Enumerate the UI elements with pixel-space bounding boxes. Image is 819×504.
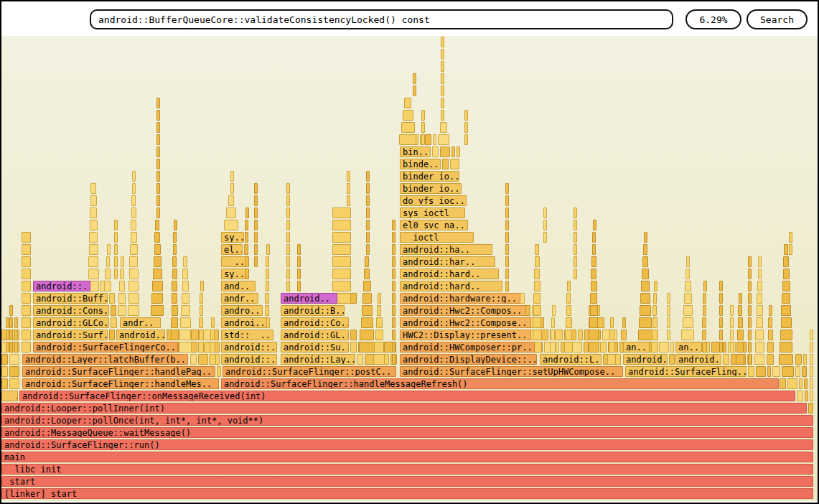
flame-bar[interactable] — [748, 256, 752, 267]
flame-bar[interactable] — [543, 232, 547, 243]
flame-bar[interactable] — [156, 146, 160, 157]
flame-bar[interactable] — [566, 305, 571, 316]
flame-bar[interactable] — [9, 317, 13, 328]
flame-bar[interactable] — [810, 391, 813, 401]
flame-bar[interactable] — [172, 269, 177, 279]
flame-bar[interactable] — [808, 403, 813, 414]
flame-bar[interactable] — [782, 293, 790, 304]
flame-bar[interactable] — [105, 269, 111, 279]
flame-bar[interactable] — [757, 281, 762, 291]
flame-bar[interactable] — [782, 366, 794, 377]
flame-frame[interactable]: androi.. — [221, 317, 267, 328]
flame-bar[interactable] — [653, 293, 657, 304]
flame-bar[interactable] — [22, 256, 31, 267]
flame-bar[interactable] — [9, 378, 19, 389]
flame-bar[interactable] — [200, 305, 203, 316]
flame-bar[interactable] — [347, 195, 350, 206]
flame-bar[interactable] — [748, 293, 752, 304]
flame-bar[interactable] — [413, 85, 416, 96]
flame-bar[interactable] — [652, 305, 657, 316]
flame-bar[interactable] — [535, 244, 539, 255]
flame-bar[interactable] — [739, 293, 742, 304]
flame-frame[interactable]: __libc_init — [1, 464, 813, 475]
flame-bar[interactable] — [297, 281, 301, 291]
flame-bar[interactable] — [574, 244, 577, 255]
flame-bar[interactable] — [654, 281, 657, 291]
flame-bar[interactable] — [266, 256, 269, 267]
flame-bar[interactable] — [441, 98, 444, 108]
flame-bar[interactable] — [784, 244, 788, 255]
flame-bar[interactable] — [172, 293, 177, 304]
flame-bar[interactable] — [22, 293, 31, 304]
flame-bar[interactable] — [505, 256, 509, 267]
flame-bar[interactable] — [748, 354, 752, 365]
flame-bar[interactable] — [639, 317, 652, 328]
flame-bar[interactable] — [591, 281, 597, 291]
flame-bar[interactable] — [173, 244, 177, 255]
flame-bar[interactable] — [533, 293, 540, 304]
flame-bar[interactable] — [22, 244, 31, 255]
flame-bar[interactable] — [505, 269, 509, 279]
flame-frame[interactable]: android::L.. — [540, 354, 602, 365]
flame-bar[interactable] — [607, 354, 616, 365]
flame-bar[interactable] — [182, 269, 188, 279]
flame-bar[interactable] — [392, 342, 396, 353]
flame-bar[interactable] — [365, 256, 369, 267]
flame-bar[interactable] — [228, 195, 234, 206]
flame-bar[interactable] — [567, 281, 571, 291]
flame-bar[interactable] — [297, 269, 301, 279]
flame-bar[interactable] — [90, 183, 96, 194]
flame-bar[interactable] — [266, 244, 270, 255]
flame-bar[interactable] — [589, 330, 599, 340]
flame-frame[interactable]: binde.. — [400, 159, 441, 169]
flame-bar[interactable] — [210, 342, 215, 353]
flame-bar[interactable] — [392, 330, 396, 340]
flame-bar[interactable] — [767, 342, 774, 353]
flame-bar[interactable] — [543, 220, 547, 230]
flame-frame[interactable]: android.. — [116, 330, 165, 340]
flame-bar[interactable] — [781, 317, 792, 328]
flame-bar[interactable] — [156, 159, 160, 169]
flame-frame[interactable]: android::.. — [221, 354, 277, 365]
flame-bar[interactable] — [132, 183, 136, 194]
flame-bar[interactable] — [121, 256, 124, 267]
flame-bar[interactable] — [591, 256, 596, 267]
flame-bar[interactable] — [217, 366, 221, 377]
flame-frame[interactable]: main — [1, 452, 813, 462]
flame-frame[interactable]: android::Hwc2::Compose.. — [400, 317, 531, 328]
flame-bar[interactable] — [797, 391, 803, 401]
flame-bar[interactable] — [737, 330, 744, 340]
flame-bar[interactable] — [810, 378, 813, 389]
flame-bar[interactable] — [748, 342, 752, 353]
flame-bar[interactable] — [738, 317, 743, 328]
flame-bar[interactable] — [767, 354, 774, 365]
flame-bar[interactable] — [464, 122, 468, 133]
flame-frame[interactable]: binder_io.. — [400, 183, 462, 194]
flame-bar[interactable] — [684, 293, 692, 304]
flame-frame[interactable]: android::.. — [221, 342, 277, 353]
flame-frame[interactable]: android::SurfaceFlinger::run() — [1, 439, 813, 450]
flame-bar[interactable] — [106, 256, 110, 267]
flame-bar[interactable] — [210, 330, 215, 340]
flame-bar[interactable] — [505, 183, 509, 194]
flame-bar[interactable] — [802, 366, 807, 377]
flame-bar[interactable] — [805, 391, 808, 401]
flame-bar[interactable] — [22, 305, 31, 316]
flame-frame[interactable]: andro.. — [221, 305, 263, 316]
flame-frame[interactable]: android::Looper::pollInner(int) — [1, 403, 807, 414]
flame-bar[interactable] — [564, 342, 573, 353]
flame-bar[interactable] — [9, 366, 19, 377]
flame-bar[interactable] — [114, 232, 118, 243]
flame-bar[interactable] — [755, 330, 764, 340]
flame-bar[interactable] — [644, 232, 647, 243]
flame-bar[interactable] — [403, 110, 413, 121]
flame-bar[interactable] — [736, 354, 744, 365]
flame-frame[interactable]: std::__.. — [221, 330, 273, 340]
flame-bar[interactable] — [151, 293, 163, 304]
flame-bar[interactable] — [172, 256, 177, 267]
flame-frame[interactable]: el.. — [221, 244, 243, 255]
flame-bar[interactable] — [378, 293, 381, 304]
flame-bar[interactable] — [156, 183, 160, 194]
flame-bar[interactable] — [450, 159, 459, 169]
flame-frame[interactable]: android::GL.. — [281, 330, 349, 340]
